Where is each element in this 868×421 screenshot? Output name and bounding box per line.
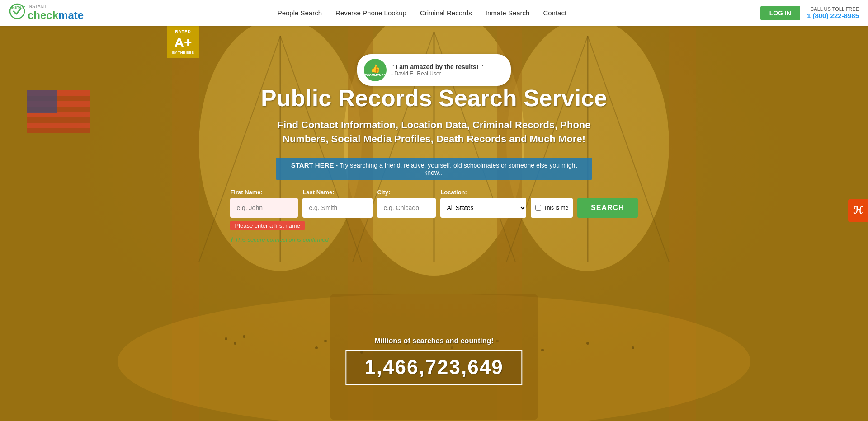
recommended-text: RECOMMENDED	[363, 74, 388, 77]
honey-icon: ℋ	[853, 205, 863, 216]
honey-widget[interactable]: ℋ	[848, 199, 868, 222]
counter-label: Millions of searches and counting!	[345, 337, 522, 345]
state-select[interactable]: All StatesAlabamaAlaskaArizonaArkansasCa…	[440, 198, 526, 218]
hero-subtitle: Find Contact Information, Location Data,…	[253, 118, 615, 146]
toll-free-info: CALL US TOLL FREE 1 (800) 222-8985	[807, 6, 859, 19]
phone-number[interactable]: 1 (800) 222-8985	[807, 12, 859, 19]
nav-contact[interactable]: Contact	[543, 9, 566, 17]
testimonial-author: - David F., Real User	[391, 70, 483, 77]
counter-section: Millions of searches and counting! 1,466…	[345, 337, 522, 385]
start-label: START HERE	[291, 161, 334, 169]
first-name-input[interactable]	[230, 198, 298, 218]
header-right: LOG IN CALL US TOLL FREE 1 (800) 222-898…	[760, 6, 859, 20]
nav-criminal-records[interactable]: Criminal Records	[420, 9, 472, 17]
nav-reverse-phone[interactable]: Reverse Phone Lookup	[335, 9, 406, 17]
search-button[interactable]: SEARCH	[577, 198, 638, 218]
first-name-label: First Name:	[230, 189, 298, 196]
last-name-input[interactable]	[302, 198, 373, 218]
testimonial-badge: 👍 RECOMMENDED	[364, 59, 387, 81]
start-banner-text: - Try searching a friend, relative, your…	[335, 162, 577, 176]
this-is-me-input[interactable]	[535, 205, 541, 210]
city-input[interactable]	[377, 198, 436, 218]
toll-free-label: CALL US TOLL FREE	[807, 6, 859, 12]
grade-label: A+	[170, 34, 197, 51]
main-nav: People Search Reverse Phone Lookup Crimi…	[84, 9, 760, 17]
logo-checkmark-icon: INSTANT	[9, 3, 25, 23]
secure-icon: ℹ	[230, 236, 232, 243]
rated-badge: RATED A+ BY THE BBB	[167, 26, 199, 58]
start-banner: START HERE - Try searching a friend, rel…	[276, 158, 592, 180]
secure-connection: ℹ This secure connection is confirmed	[230, 236, 328, 243]
logo-instant-text: INSTANT	[28, 4, 84, 9]
rated-label: RATED	[170, 29, 197, 34]
svg-text:INSTANT: INSTANT	[11, 5, 25, 9]
this-is-me-label: This is me	[543, 205, 568, 211]
logo-mate: mate	[58, 9, 84, 21]
form-inputs: All StatesAlabamaAlaskaArizonaArkansasCa…	[230, 198, 637, 218]
nav-people-search[interactable]: People Search	[278, 9, 322, 17]
nav-inmate-search[interactable]: Inmate Search	[486, 9, 530, 17]
logo: INSTANT INSTANT checkmate	[9, 3, 84, 23]
hero-title: Public Records Search Service	[261, 84, 607, 112]
this-is-me-checkbox[interactable]: This is me	[531, 198, 573, 218]
location-label: Location:	[440, 189, 526, 196]
counter-value: 1,466,723,649	[345, 350, 522, 385]
testimonial-bubble: 👍 RECOMMENDED " I am amazed by the resul…	[357, 54, 511, 86]
error-message: Please enter a first name	[230, 221, 305, 230]
secure-text: This secure connection is confirmed	[235, 236, 328, 243]
form-labels: First Name: Last Name: City: Location:	[230, 189, 526, 196]
thumb-icon: 👍	[370, 64, 380, 74]
search-form: First Name: Last Name: City: Location: A…	[230, 189, 637, 243]
logo-full-text: checkmate	[28, 9, 84, 21]
city-label: City:	[377, 189, 436, 196]
testimonial-text: " I am amazed by the results! " - David …	[391, 63, 483, 77]
header: INSTANT INSTANT checkmate People Search …	[0, 0, 868, 26]
testimonial-quote: " I am amazed by the results! "	[391, 63, 483, 70]
bbb-label: BY THE BBB	[170, 51, 197, 55]
logo-check: check	[28, 9, 58, 21]
login-button[interactable]: LOG IN	[760, 6, 800, 20]
last-name-label: Last Name:	[302, 189, 373, 196]
